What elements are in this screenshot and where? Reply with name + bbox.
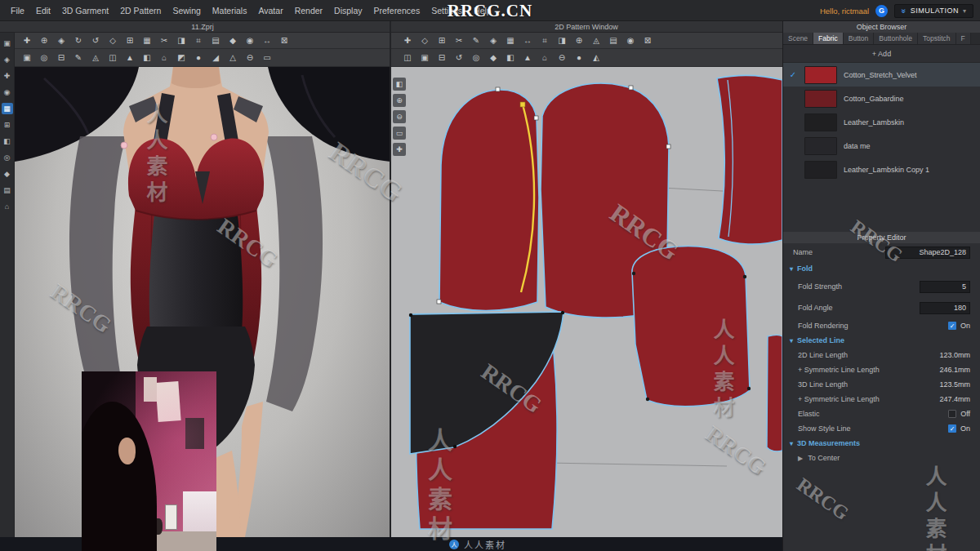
fabric-item[interactable]: ✓ data me [783,134,980,158]
name-input[interactable]: Shape2D_128 [885,247,970,259]
toolbar-icon[interactable]: ◨ [174,34,189,47]
section-selected-line[interactable]: ▾ Selected Line [783,333,980,348]
tab[interactable]: Button [844,33,875,44]
fold-strength-input[interactable]: 5 [920,281,970,293]
account-logo-icon[interactable]: G [875,5,888,17]
toolbar-icon[interactable]: ⌂ [157,51,172,64]
toolbar-icon[interactable]: △ [225,51,240,64]
2d-pattern-viewport[interactable] [390,67,782,537]
toolbar-icon[interactable]: ◩ [174,51,189,64]
toolbar-icon[interactable]: ▤ [208,34,223,47]
toolbar-icon[interactable]: ✚ [20,34,34,47]
menu-item[interactable]: Render [289,3,328,18]
tab[interactable]: Topstitch [918,33,956,44]
menu-item[interactable]: 3D Garment [56,3,114,18]
pattern-tool-icon[interactable]: ◧ [393,78,406,91]
toolbar-icon[interactable]: ● [572,51,586,64]
rail-tool-icon[interactable]: ▤ [2,184,13,196]
toolbar-icon[interactable]: ⌂ [537,51,552,64]
tab[interactable]: F [956,33,971,44]
rail-tool-icon[interactable]: ▣ [2,38,13,49]
toolbar-icon[interactable]: ▤ [606,34,621,47]
toolbar-icon[interactable]: ▲ [520,51,535,64]
menu-item[interactable]: Help [468,3,497,18]
toolbar-icon[interactable]: ▲ [122,51,137,64]
toolbar-icon[interactable]: ▦ [140,34,154,47]
toolbar-icon[interactable]: ⊞ [122,34,137,47]
toolbar-icon[interactable]: ✚ [400,34,415,47]
toolbar-icon[interactable]: ▦ [503,34,518,47]
toolbar-icon[interactable]: ✎ [71,51,86,64]
toolbar-icon[interactable]: ⌗ [191,34,206,47]
panel-divider[interactable] [390,21,391,537]
rail-tool-icon[interactable]: ▦ [2,103,13,114]
rail-tool-icon[interactable]: ◈ [2,54,13,65]
menu-item[interactable]: Avatar [252,3,288,18]
2d-pattern-view[interactable] [390,67,782,537]
toolbar-icon[interactable]: ◭ [589,51,604,64]
toolbar-icon[interactable]: ◈ [486,34,501,47]
toolbar-icon[interactable]: ⊟ [54,51,69,64]
checkbox-checked[interactable]: ✓ [948,424,956,433]
fabric-swatch[interactable] [804,90,837,108]
toolbar-icon[interactable]: ⊕ [37,34,51,47]
rail-tool-icon[interactable]: ◉ [2,87,13,98]
fold-angle-input[interactable]: 180 [920,302,970,314]
toolbar-icon[interactable]: ◆ [486,51,501,64]
toolbar-icon[interactable]: ⊕ [572,34,586,47]
pattern-tool-icon[interactable]: ⊕ [393,94,406,107]
rail-tool-icon[interactable]: ◎ [2,152,13,163]
toolbar-icon[interactable]: ↔ [260,34,274,47]
fabric-swatch[interactable] [804,161,837,179]
toolbar-icon[interactable]: ◬ [88,51,103,64]
to-center-row[interactable]: ▶ To Center [783,451,980,465]
tab[interactable]: Buttonhole [874,33,918,44]
toolbar-icon[interactable]: ⊖ [243,51,257,64]
rail-tool-icon[interactable]: ⊞ [2,119,13,131]
menu-item[interactable]: Preferences [368,3,426,18]
toolbar-icon[interactable]: ▣ [20,51,34,64]
pattern-tool-icon[interactable]: ✚ [393,143,406,156]
menu-item[interactable]: 2D Pattern [114,3,167,18]
fabric-swatch[interactable] [804,137,837,155]
toolbar-icon[interactable]: ⊠ [640,34,655,47]
toolbar-icon[interactable]: ◨ [555,34,569,47]
fabric-item[interactable]: ✓ Leather_Lambskin [783,110,980,134]
toolbar-icon[interactable]: ● [191,51,206,64]
toolbar-icon[interactable]: ✎ [469,34,483,47]
menu-item[interactable]: Settings [425,3,468,18]
toolbar-icon[interactable]: ◫ [105,51,120,64]
toolbar-icon[interactable]: ◆ [225,34,240,47]
menu-item[interactable]: Sewing [167,3,206,18]
toolbar-icon[interactable]: ◧ [503,51,518,64]
toolbar-icon[interactable]: ⊖ [555,51,569,64]
toolbar-icon[interactable]: ◧ [140,51,154,64]
toolbar-icon[interactable]: ◬ [589,34,604,47]
toolbar-icon[interactable]: ◉ [243,34,257,47]
toolbar-icon[interactable]: ↺ [88,34,103,47]
toolbar-icon[interactable]: ▣ [417,51,432,64]
tab[interactable]: Scene [783,33,813,44]
toolbar-icon[interactable]: ⊟ [434,51,449,64]
checkbox-unchecked[interactable] [948,410,956,418]
toolbar-icon[interactable]: ◉ [623,34,638,47]
toolbar-icon[interactable]: ◇ [417,34,432,47]
toolbar-icon[interactable]: ◇ [105,34,120,47]
fabric-item[interactable]: ✓ Cotton_Gabardine [783,87,980,110]
toolbar-icon[interactable]: ◈ [54,34,69,47]
toolbar-icon[interactable]: ▭ [260,51,274,64]
tab[interactable]: Fabric [813,33,844,44]
toolbar-icon[interactable]: ◎ [37,51,51,64]
toolbar-icon[interactable]: ◎ [469,51,483,64]
fabric-item[interactable]: ✓ Cotton_Stretch_Velvet [783,63,980,87]
fabric-item[interactable]: ✓ Leather_Lambskin Copy 1 [783,158,980,181]
toolbar-icon[interactable]: ⊠ [277,34,292,47]
rail-tool-icon[interactable]: ◆ [2,168,13,180]
add-fabric-button[interactable]: + Add [783,45,980,63]
toolbar-icon[interactable]: ↺ [452,51,466,64]
menu-item[interactable]: File [5,3,30,18]
toolbar-icon[interactable]: ✂ [452,34,466,47]
rail-tool-icon[interactable]: ◧ [2,136,13,147]
toolbar-icon[interactable]: ✂ [157,34,172,47]
fabric-swatch[interactable] [804,113,837,131]
